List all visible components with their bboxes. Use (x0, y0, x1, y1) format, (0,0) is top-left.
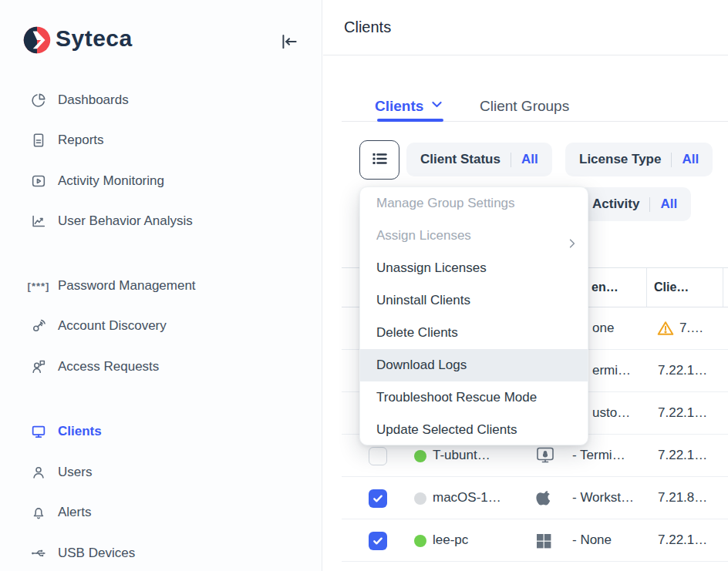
status-dot-online (414, 450, 426, 462)
status-dot-online (414, 535, 426, 547)
sidebar-item-users[interactable]: Users (29, 461, 92, 484)
client-version-cell: 7.21.8… (658, 477, 707, 519)
client-name-cell: lee-pc (433, 519, 468, 561)
syteca-logo-icon (23, 26, 51, 57)
menu-item-manage-group-settings: Manage Group Settings (360, 187, 588, 220)
filter-value[interactable]: All (682, 152, 699, 167)
sidebar-item-label: Dashboards (58, 92, 129, 108)
bell-icon (29, 503, 48, 522)
client-version-cell: 7.22.1… (658, 392, 707, 434)
warning-icon (656, 307, 675, 349)
sidebar-item-label: Access Requests (58, 359, 159, 375)
column-divider (723, 268, 723, 307)
active-tab-underline (377, 119, 443, 122)
column-header-license-type: en… (592, 268, 618, 307)
filter-client-status[interactable]: Client Status All (406, 143, 552, 176)
apple-os-icon (536, 477, 554, 519)
menu-item-uninstall-clients[interactable]: Uninstall Clients (360, 284, 588, 317)
sidebar-item-dashboards[interactable]: Dashboards (29, 89, 129, 112)
sidebar-item-access-requests[interactable]: Access Requests (29, 355, 159, 378)
sidebar-item-account-discovery[interactable]: Account Discovery (29, 314, 167, 338)
account-discovery-icon (29, 317, 48, 335)
license-type-cell: - Workst… (572, 477, 634, 519)
sidebar-item-reports[interactable]: Reports (29, 129, 104, 152)
list-menu-icon (370, 149, 389, 171)
access-requests-icon (29, 358, 48, 376)
row-checkbox[interactable] (369, 532, 387, 550)
activity-monitoring-icon (29, 172, 48, 190)
menu-item-update-selected-clients[interactable]: Update Selected Clients (360, 414, 588, 445)
chevron-down-icon (430, 98, 443, 115)
table-row[interactable]: macOS-1… - Workst… 7.21.8… (342, 477, 728, 519)
client-version-cell: 7.… (679, 307, 703, 349)
menu-item-download-logs[interactable]: Download Logs (360, 349, 588, 381)
menu-item-unassign-licenses[interactable]: Unassign Licenses (360, 252, 588, 284)
filter-label: Client Status (420, 152, 501, 167)
sidebar-item-label: Account Discovery (58, 318, 167, 334)
sidebar-item-activity-monitoring[interactable]: Activity Monitoring (29, 170, 164, 193)
column-divider (646, 268, 647, 307)
bulk-actions-button[interactable] (359, 140, 399, 180)
client-name-cell: macOS-1… (433, 477, 501, 519)
row-checkbox[interactable] (369, 489, 387, 508)
license-type-cell: ermi… (592, 350, 631, 391)
sidebar-item-usb-devices[interactable]: USB Devices (29, 542, 135, 565)
sidebar-item-label: Reports (58, 133, 104, 148)
usb-icon (29, 544, 48, 563)
sidebar-item-label: User Behavior Analysis (58, 213, 193, 229)
app-window: Syteca Dashboards (0, 0, 728, 571)
logo: Syteca (23, 25, 301, 56)
sidebar-item-label: Users (58, 465, 92, 480)
actions-dropdown-menu: Manage Group Settings Assign Licenses Un… (359, 186, 588, 445)
sidebar-item-user-behavior-analysis[interactable]: User Behavior Analysis (29, 210, 193, 233)
row-checkbox[interactable] (369, 447, 387, 465)
column-header-client-version: Clie… (654, 268, 689, 307)
top-bar: Clients (323, 0, 728, 55)
tab-clients[interactable]: Clients (375, 94, 443, 119)
monitor-icon (29, 422, 48, 441)
page-title: Clients (344, 18, 391, 36)
menu-item-troubleshoot-rescue-mode[interactable]: Troubleshoot Rescue Mode (360, 381, 588, 414)
sidebar-item-label: Password Management (58, 278, 196, 294)
filter-license-type[interactable]: License Type All (565, 143, 713, 176)
filter-label: Activity (592, 196, 639, 212)
sidebar-item-alerts[interactable]: Alerts (29, 501, 91, 524)
user-icon (29, 463, 48, 482)
collapse-sidebar-icon[interactable] (279, 32, 299, 52)
filter-label: License Type (579, 152, 661, 167)
tab-client-groups[interactable]: Client Groups (480, 94, 569, 119)
windows-os-icon (534, 519, 553, 561)
menu-item-delete-clients[interactable]: Delete Clients (360, 317, 588, 349)
sidebar-item-clients[interactable]: Clients (29, 420, 102, 443)
menu-item-assign-licenses: Assign Licenses (360, 220, 588, 252)
filter-divider (671, 153, 672, 167)
pie-chart-icon (29, 91, 48, 109)
logo-text: Syteca (56, 25, 133, 52)
filter-activity[interactable]: Activity All (578, 187, 691, 221)
license-type-cell: usto… (592, 392, 630, 434)
client-version-cell: 7.22.1… (658, 350, 707, 391)
sidebar-item-label: Activity Monitoring (58, 173, 164, 189)
report-icon (29, 131, 48, 149)
filter-value[interactable]: All (521, 152, 538, 167)
password-icon: [***] (29, 277, 48, 295)
license-type-cell: one (592, 307, 614, 349)
table-row[interactable]: lee-pc - None 7.22.1… (342, 519, 728, 562)
behavior-chart-icon (29, 212, 48, 230)
sidebar-item-label: Clients (58, 424, 102, 439)
tab-label: Client Groups (480, 98, 569, 115)
sidebar-item-label: USB Devices (58, 546, 135, 561)
sidebar: Syteca Dashboards (0, 0, 322, 571)
status-dot-offline (414, 492, 426, 505)
filter-value[interactable]: All (660, 196, 677, 212)
client-version-cell: 7.22.1… (658, 519, 707, 561)
sidebar-item-label: Alerts (58, 505, 91, 520)
license-type-cell: - None (572, 519, 612, 561)
client-version-cell: 7.22.1… (658, 435, 707, 476)
filter-divider (649, 197, 650, 212)
tab-label: Clients (375, 98, 423, 115)
sidebar-item-password-management[interactable]: [***] Password Management (29, 274, 196, 297)
filter-divider (511, 153, 511, 167)
